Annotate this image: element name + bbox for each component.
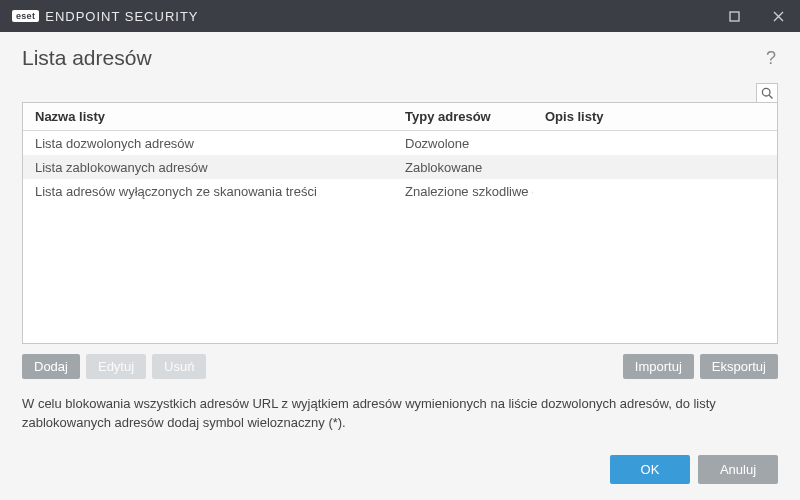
brand-logo-box: eset: [12, 10, 39, 22]
cancel-button[interactable]: Anuluj: [698, 455, 778, 484]
cell-type: Znalezione szkodliwe opr...: [393, 179, 533, 203]
remove-button[interactable]: Usuń: [152, 354, 206, 379]
import-button[interactable]: Importuj: [623, 354, 694, 379]
window-maximize-button[interactable]: [712, 0, 756, 32]
cell-desc: [533, 131, 777, 155]
svg-line-4: [769, 95, 772, 98]
cell-desc: [533, 155, 777, 179]
page-title: Lista adresów: [22, 46, 152, 70]
close-icon: [773, 11, 784, 22]
address-lists-table: Nazwa listy Typy adresów Opis listy List…: [22, 102, 778, 344]
col-header-desc[interactable]: Opis listy: [533, 103, 777, 130]
help-icon: ?: [766, 48, 776, 68]
add-button[interactable]: Dodaj: [22, 354, 80, 379]
brand-logo: eset: [12, 10, 39, 22]
table-row[interactable]: Lista adresów wyłączonych ze skanowania …: [23, 179, 777, 203]
table-header: Nazwa listy Typy adresów Opis listy: [23, 103, 777, 131]
table-row[interactable]: Lista dozwolonych adresów Dozwolone: [23, 131, 777, 155]
cell-type: Dozwolone: [393, 131, 533, 155]
cell-name: Lista zablokowanych adresów: [23, 155, 393, 179]
brand-text: ENDPOINT SECURITY: [45, 9, 198, 24]
help-button[interactable]: ?: [764, 46, 778, 71]
cell-name: Lista adresów wyłączonych ze skanowania …: [23, 179, 393, 203]
export-button[interactable]: Eksportuj: [700, 354, 778, 379]
window-close-button[interactable]: [756, 0, 800, 32]
col-header-name[interactable]: Nazwa listy: [23, 103, 393, 130]
col-header-type[interactable]: Typy adresów: [393, 103, 533, 130]
hint-text: W celu blokowania wszystkich adresów URL…: [22, 395, 778, 433]
search-button[interactable]: [756, 83, 778, 103]
cell-type: Zablokowane: [393, 155, 533, 179]
search-icon: [761, 87, 774, 100]
cell-name: Lista dozwolonych adresów: [23, 131, 393, 155]
maximize-icon: [729, 11, 740, 22]
cell-desc: [533, 179, 777, 203]
title-bar: eset ENDPOINT SECURITY: [0, 0, 800, 32]
ok-button[interactable]: OK: [610, 455, 690, 484]
svg-point-3: [762, 88, 770, 96]
edit-button[interactable]: Edytuj: [86, 354, 146, 379]
table-body: Lista dozwolonych adresów Dozwolone List…: [23, 131, 777, 343]
table-row[interactable]: Lista zablokowanych adresów Zablokowane: [23, 155, 777, 179]
svg-rect-0: [730, 12, 739, 21]
